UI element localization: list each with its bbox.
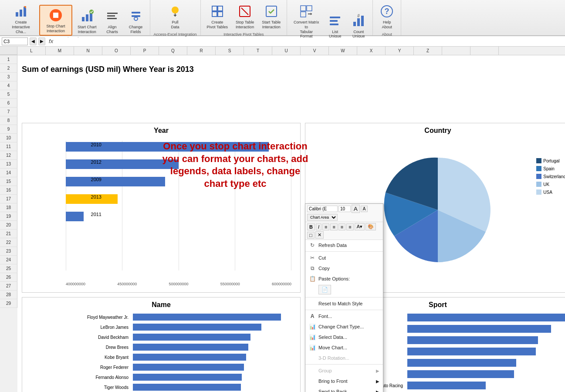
- row-header-24[interactable]: 24: [0, 256, 17, 264]
- row-header-1[interactable]: 1: [0, 55, 17, 64]
- nav-left-button[interactable]: ◀: [30, 37, 37, 45]
- list-unique-button[interactable]: ListUnique: [325, 11, 345, 41]
- row-header-3[interactable]: 3: [0, 73, 17, 81]
- row-header-25[interactable]: 25: [0, 264, 17, 273]
- ctx-align-right-button[interactable]: ≡: [338, 223, 345, 230]
- bring-to-front-icon: [309, 378, 316, 385]
- col-header-Y[interactable]: Y: [386, 47, 414, 55]
- row-header-11[interactable]: 11: [0, 142, 17, 151]
- row-header-27[interactable]: 27: [0, 282, 17, 291]
- row-header-6[interactable]: 6: [0, 99, 17, 108]
- col-header-M[interactable]: M: [46, 47, 74, 55]
- stop-chart-icon: [48, 7, 64, 23]
- row-header-15[interactable]: 15: [0, 177, 17, 186]
- count-unique-button[interactable]: # CountUnique: [348, 11, 369, 41]
- help-button[interactable]: ? HelpAbout: [376, 2, 397, 31]
- col-header-P[interactable]: P: [131, 47, 159, 55]
- menu-item-font[interactable]: A Font...: [305, 311, 383, 321]
- row-header-17[interactable]: 17: [0, 195, 17, 203]
- row-header-4[interactable]: 4: [0, 81, 17, 90]
- row-header-22[interactable]: 22: [0, 238, 17, 247]
- create-interactive-button[interactable]: CreateInteractive Cha...: [5, 2, 37, 36]
- ctx-font-name-input[interactable]: [307, 206, 338, 212]
- row-header-18[interactable]: 18: [0, 203, 17, 212]
- start-chart-button[interactable]: Start ChartInteraction: [75, 7, 99, 36]
- ctx-align-left-button[interactable]: ≡: [322, 223, 329, 230]
- col-header-Q[interactable]: Q: [159, 47, 187, 55]
- formula-input[interactable]: [57, 37, 563, 45]
- ctx-fill-color-button[interactable]: 🎨: [365, 223, 376, 230]
- col-header-V[interactable]: V: [301, 47, 329, 55]
- create-pivot-button[interactable]: CreatePivot Tables: [204, 2, 230, 31]
- row-header-10[interactable]: 10: [0, 134, 17, 142]
- ctx-font-color-button[interactable]: A▾: [355, 223, 365, 230]
- row-header-19[interactable]: 19: [0, 212, 17, 221]
- col-header-N[interactable]: N: [74, 47, 102, 55]
- paste-option-icon[interactable]: 📄: [318, 285, 331, 294]
- menu-item-bring-to-front[interactable]: Bring to Front ▶: [305, 376, 383, 386]
- align-charts-button[interactable]: AlignCharts: [102, 7, 123, 36]
- svg-rect-35: [353, 22, 356, 26]
- stop-table-button[interactable]: Stop TableInteraction: [233, 2, 257, 31]
- nav-right-button[interactable]: ▶: [38, 37, 45, 45]
- menu-item-move-chart[interactable]: 📊 Move Chart...: [305, 342, 383, 353]
- menu-item-copy[interactable]: ⧉ Copy: [305, 263, 383, 274]
- row-header-5[interactable]: 5: [0, 90, 17, 99]
- convert-matrix-button[interactable]: Convert Matrix toTabular Format: [291, 2, 322, 41]
- ctx-align-justify-button[interactable]: ≡: [346, 223, 353, 230]
- ctx-font-size-input[interactable]: [338, 206, 351, 212]
- col-header-L[interactable]: L: [17, 47, 46, 55]
- menu-item-change-chart-type[interactable]: 📊 Change Chart Type...: [305, 321, 383, 332]
- stop-chart-button[interactable]: Stop Chart Interaction: [39, 5, 72, 36]
- cell-reference-input[interactable]: [2, 37, 28, 45]
- ctx-border-button[interactable]: □: [307, 232, 315, 239]
- menu-item-refresh[interactable]: ↻ Refresh Data: [305, 240, 383, 250]
- row-header-26[interactable]: 26: [0, 273, 17, 282]
- menu-item-select-data[interactable]: 📊 Select Data...: [305, 332, 383, 342]
- ctx-font-grow-button[interactable]: A: [352, 205, 360, 213]
- row-header-12[interactable]: 12: [0, 151, 17, 160]
- col-header-extra1[interactable]: [442, 47, 470, 55]
- row-header-13[interactable]: 13: [0, 160, 17, 169]
- row-header-28[interactable]: 28: [0, 291, 17, 299]
- menu-item-reset[interactable]: Reset to Match Style: [305, 298, 383, 309]
- start-table-button[interactable]: Start TableInteraction: [259, 2, 283, 31]
- ctx-area-select[interactable]: Chart Area: [307, 214, 338, 221]
- row-header-9[interactable]: 9: [0, 125, 17, 134]
- col-header-S[interactable]: S: [216, 47, 244, 55]
- ctx-clear-button[interactable]: ✕: [315, 231, 324, 239]
- row-header-7[interactable]: 7: [0, 108, 17, 116]
- ctx-font-shrink-button[interactable]: A: [361, 206, 368, 212]
- col-header-U[interactable]: U: [272, 47, 301, 55]
- col-header-extra2[interactable]: [470, 47, 499, 55]
- row-header-29[interactable]: 29: [0, 299, 17, 308]
- name-chart[interactable]: Name Floyd Mayweather Jr. LeBron James D…: [22, 297, 301, 392]
- col-header-R[interactable]: R: [187, 47, 216, 55]
- col-header-T[interactable]: T: [244, 47, 272, 55]
- row-header-2[interactable]: 2: [0, 64, 17, 73]
- pull-data-button[interactable]: PullData: [165, 2, 186, 31]
- ctx-bold-button[interactable]: B: [307, 223, 315, 230]
- col-header-Z[interactable]: Z: [414, 47, 442, 55]
- ribbon-group-access-label: Access-Excel Integration: [154, 31, 197, 37]
- change-fields-button[interactable]: ChangeFields: [125, 7, 146, 36]
- name-bar-fill-floyd: [133, 314, 281, 321]
- col-header-W[interactable]: W: [329, 47, 357, 55]
- stop-table-icon: [237, 3, 253, 19]
- menu-item-cut[interactable]: ✂ Cut: [305, 253, 383, 263]
- row-header-16[interactable]: 16: [0, 186, 17, 195]
- row-header-21[interactable]: 21: [0, 230, 17, 238]
- col-header-X[interactable]: X: [357, 47, 386, 55]
- col-header-O[interactable]: O: [102, 47, 131, 55]
- row-header-20[interactable]: 20: [0, 221, 17, 230]
- row-header-23[interactable]: 23: [0, 247, 17, 256]
- sport-bar-3: [358, 335, 565, 345]
- row-header-14[interactable]: 14: [0, 169, 17, 177]
- menu-item-send-to-back[interactable]: Send to Back ▶: [305, 386, 383, 392]
- legend-label-spain: Spain: [543, 166, 555, 171]
- ctx-align-center-button[interactable]: ≡: [330, 223, 337, 230]
- row-header-8[interactable]: 8: [0, 116, 17, 125]
- ctx-italic-button[interactable]: I: [316, 223, 321, 230]
- create-pivot-icon: [210, 3, 225, 19]
- context-format-toolbar: B I ≡ ≡ ≡ ≡ A▾ 🎨 □ ✕: [305, 222, 383, 240]
